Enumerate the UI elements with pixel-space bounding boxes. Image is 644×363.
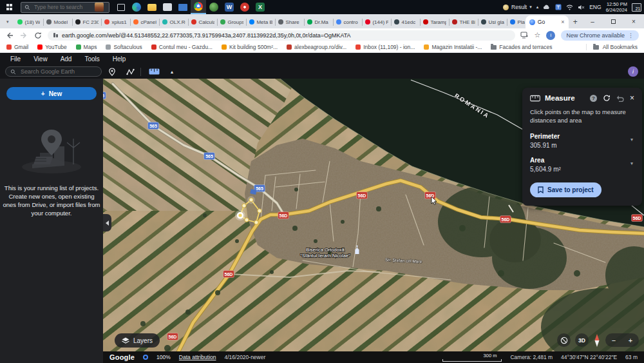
task-view-icon[interactable] [113,0,129,14]
site-info-icon[interactable] [53,33,58,37]
browser-tab[interactable]: THE BI [450,15,478,28]
browser-tab[interactable]: (144) P [363,15,391,28]
teams-icon[interactable] [555,4,562,10]
back-button[interactable] [5,32,14,39]
browser-tab[interactable]: contro [334,15,362,28]
browser-tab[interactable]: Groups [218,15,246,28]
browser-tab[interactable]: Play C [507,15,524,28]
earth-account-avatar[interactable]: i [628,66,638,77]
browser-menu-icon[interactable]: ⋮ [628,32,634,39]
onedrive-icon[interactable] [543,4,551,10]
omnibox[interactable]: earth.google.com/web/@44.51348552,22.677… [48,30,515,41]
undo-icon[interactable] [616,95,624,102]
browser-tab[interactable]: FC 230 [73,15,101,28]
minimize-button[interactable]: – [582,14,603,28]
notification-center-button[interactable]: 21 [632,3,641,12]
hidden-icons-chevron[interactable]: ▴ [536,5,539,10]
earth-search-input[interactable] [19,68,90,75]
browser-tab[interactable]: Taramp [421,15,449,28]
restart-icon[interactable] [603,94,611,102]
menu-view[interactable]: View [27,55,54,63]
nature-app-icon[interactable] [206,0,222,14]
browser-tab[interactable]: Share [276,15,304,28]
opera-app-icon[interactable] [237,0,252,14]
bookmark-item[interactable]: Contul meu - Gazdu... [151,44,213,50]
menu-add[interactable]: Add [54,55,79,63]
send-to-devices-icon[interactable] [520,32,529,39]
tray-app-result[interactable]: Result ▾ [503,4,532,10]
reload-button[interactable] [33,32,43,39]
help-icon[interactable]: ? [590,95,597,102]
volume-muted-icon[interactable] [578,5,585,10]
store-icon[interactable] [160,0,175,14]
browser-tab[interactable]: (18) W [15,15,43,28]
profile-avatar[interactable]: i [546,31,555,40]
bookmark-item[interactable]: Gmail [6,44,28,50]
bookmark-item[interactable]: Kit building 500m²... [222,44,278,50]
street-view-unavailable-button[interactable] [557,333,571,347]
start-button[interactable] [0,0,19,14]
chevron-down-icon: ▾ [529,5,532,10]
close-button[interactable]: × [623,14,644,28]
tab-favicon [162,19,167,25]
bookmark-item[interactable]: Facades and terraces [491,44,552,50]
compass-needle[interactable] [593,334,601,347]
measure-tool-icon[interactable] [146,68,162,75]
bookmark-item[interactable]: alexbeagroup.ro/div... [287,44,346,50]
word-icon[interactable]: W [222,0,237,14]
data-attribution-link[interactable]: Data attribution [179,354,216,360]
all-bookmarks[interactable]: All Bookmarks [586,44,638,50]
tab-search-chevron[interactable]: ▾ [0,15,15,28]
collapse-toolbar-chevron[interactable]: ▴ [164,69,180,75]
menu-tools[interactable]: Tools [78,55,106,63]
maximize-button[interactable] [603,14,623,28]
new-tab-button[interactable]: + [569,15,583,28]
browser-tab[interactable]: Usi gla [478,15,507,28]
chrome-update-button[interactable]: New Chrome available ⋮ [561,30,639,41]
earth-search-box[interactable] [5,66,102,77]
excel-icon[interactable]: X [252,0,268,14]
layers-button[interactable]: Layers [115,333,160,348]
clock[interactable]: 12:50 PM 6/24/2024 [606,1,627,13]
chrome-icon[interactable] [191,0,206,14]
map-viewport[interactable]: ROMANIA [103,79,644,351]
new-project-button[interactable]: + New [6,87,97,100]
bookmark-item[interactable]: Inbox (11,109) - ion... [355,44,415,50]
bookmark-star-icon[interactable]: ☆ [535,31,541,39]
taskbar-search-input[interactable] [33,3,97,11]
bookmark-item[interactable]: YouTube [37,44,66,50]
bookmark-item[interactable]: Magazin Instalatii -... [424,44,482,50]
language-indicator[interactable]: ENG [589,4,601,10]
mail-icon[interactable] [175,0,191,14]
bookmark-item[interactable]: Softaculous [106,44,142,50]
browser-tab[interactable]: Meta B [247,15,275,28]
edge-icon[interactable] [129,0,144,14]
browser-tab[interactable]: Calcula [189,15,217,28]
browser-tab[interactable]: Model [44,15,72,28]
measurement-active-vertex[interactable] [235,210,245,221]
placemark-tool-icon[interactable] [104,68,120,76]
forward-button[interactable] [19,32,28,39]
close-icon[interactable]: × [630,94,634,102]
browser-tab[interactable]: Dr.Ma [305,15,333,28]
sidebar-collapse-handle[interactable] [103,214,111,231]
zoom-out-button[interactable]: − [612,337,616,344]
browser-tab[interactable]: xplus1 [102,15,130,28]
area-unit-dropdown[interactable]: ▾ [630,161,633,166]
path-tool-icon[interactable] [122,68,138,75]
mode-3d-button[interactable]: 3D [575,333,589,347]
active-tab[interactable]: Go × [526,15,569,28]
save-to-project-button[interactable]: Save to project [530,182,601,197]
perimeter-unit-dropdown[interactable]: ▾ [630,137,633,142]
zoom-in-button[interactable]: + [629,337,632,344]
widget-icon[interactable] [91,0,107,14]
menu-help[interactable]: Help [106,55,133,63]
browser-tab[interactable]: cPanel [131,15,159,28]
file-explorer-icon[interactable] [144,0,160,14]
menu-file[interactable]: File [4,55,27,63]
browser-tab[interactable]: OLX.RO [160,15,188,28]
tab-close-icon[interactable]: × [561,19,564,25]
bookmark-item[interactable]: Maps [76,44,97,50]
network-icon[interactable] [566,5,573,10]
browser-tab[interactable]: 41edc [392,15,420,28]
